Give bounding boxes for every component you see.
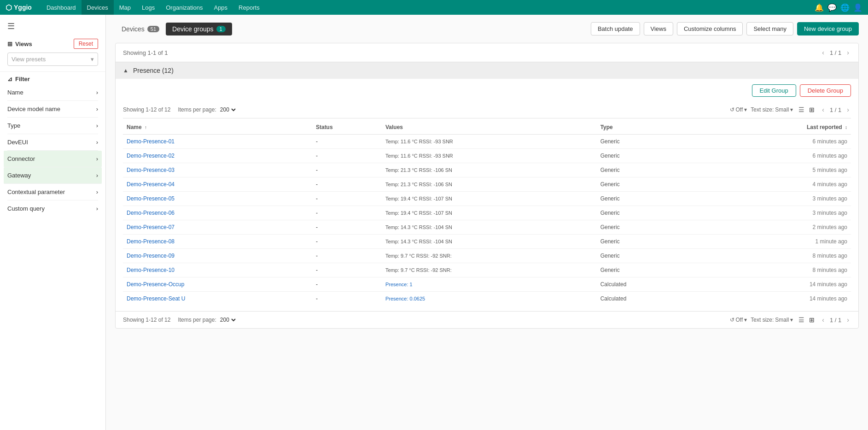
col-type: Type [597,120,693,135]
last-reported-sort-icon[interactable]: ↕ [845,125,847,130]
views-grid-icon: ⊞ [7,41,12,47]
filter-item-gateway[interactable]: Gateway› [4,167,102,184]
nav-map[interactable]: Map [114,0,136,15]
filter-item-deveui[interactable]: DevEUI› [7,134,98,151]
page-indicator: 1 / 1 [830,49,841,56]
device-name-cell[interactable]: Demo-Presence-04 [123,177,312,192]
nav-dashboard[interactable]: Dashboard [41,0,82,15]
group-header[interactable]: ▲ Presence (12) [116,62,858,79]
nav-apps[interactable]: Apps [208,0,233,15]
edit-group-button[interactable]: Edit Group [752,84,796,97]
bottom-refresh-icon[interactable]: ↺ [730,317,734,323]
device-type-cell: Generic [597,263,693,277]
device-time-cell: 2 minutes ago [714,220,851,235]
filter-section: ⊿ Filter Name›Device model name›Type›Dev… [0,71,105,220]
bottom-list-view-btn[interactable]: ☰ [797,315,806,324]
hamburger-icon[interactable]: ☰ [0,15,105,35]
device-type-cell: Generic [597,235,693,249]
device-time-cell: 5 minutes ago [714,163,851,177]
bottom-next-btn[interactable]: › [845,315,851,324]
device-name-cell[interactable]: Demo-Presence-10 [123,263,312,277]
device-separator-cell [693,149,714,163]
table-next-btn[interactable]: › [845,105,851,114]
refresh-chevron[interactable]: ▾ [744,106,747,113]
device-separator-cell [693,277,714,292]
table-pagination: ‹ 1 / 1 › [820,105,851,114]
text-size-label: Text size: [751,106,774,113]
table-row: Demo-Presence-10 - Temp: 9.7 °C RSSI: -9… [123,263,851,277]
chat-icon[interactable]: 💬 [827,3,837,12]
chevron-down-icon: ▾ [91,56,94,63]
device-name-cell[interactable]: Demo-Presence-09 [123,249,312,263]
nav-reports[interactable]: Reports [233,0,265,15]
ipp-select[interactable]: 200 50 100 [218,106,237,113]
device-status-cell: - [312,192,382,206]
filter-icon: ⊿ [7,76,12,82]
device-name-cell[interactable]: Demo-Presence-06 [123,206,312,220]
device-name-cell[interactable]: Demo-Presence-Seat U [123,292,312,306]
device-name-cell[interactable]: Demo-Presence-05 [123,192,312,206]
nav-logs[interactable]: Logs [136,0,160,15]
bottom-refresh-chevron[interactable]: ▾ [744,317,747,323]
table-controls-right: ↺ Off ▾ Text size: Small ▾ ☰ ⊞ [730,105,851,114]
nav-organizations[interactable]: Organizations [160,0,208,15]
device-name-cell[interactable]: Demo-Presence-02 [123,149,312,163]
device-name-cell[interactable]: Demo-Presence-08 [123,235,312,249]
device-time-cell: 3 minutes ago [714,192,851,206]
tab-device-groups-badge: 1 [216,26,226,32]
device-name-cell[interactable]: Demo-Presence-07 [123,220,312,235]
device-separator-cell [693,163,714,177]
table-row: Demo-Presence-Occup - Presence: 1 Calcul… [123,277,851,292]
col-last-reported: Last reported ↕ [714,120,851,135]
filter-item-custom-query[interactable]: Custom query› [7,200,98,217]
reset-button[interactable]: Reset [74,39,98,49]
delete-group-button[interactable]: Delete Group [800,84,851,97]
logo: ⬡ Yggio [6,3,32,12]
tab-devices[interactable]: Devices 51 [115,23,166,35]
next-page-btn[interactable]: › [845,48,851,57]
bottom-prev-btn[interactable]: ‹ [820,315,826,324]
user-avatar[interactable]: 👤 [853,3,862,12]
ipp-label: Items per page: [178,106,216,113]
refresh-icon[interactable]: ↺ [730,106,734,113]
nav-right-icons: 🔔 💬 🌐 👤 [815,3,862,12]
table-controls: Showing 1-12 of 12 Items per page: 200 5… [123,101,851,118]
bell-icon[interactable]: 🔔 [815,3,824,12]
table-prev-btn[interactable]: ‹ [820,105,826,114]
filter-label: Filter [15,76,30,82]
filter-item-type[interactable]: Type› [7,118,98,134]
refresh-label: Off [736,106,743,113]
table-controls-left: Showing 1-12 of 12 Items per page: 200 5… [123,106,237,113]
device-separator-cell [693,263,714,277]
prev-page-btn[interactable]: ‹ [820,48,826,57]
filter-item-device-model-name[interactable]: Device model name› [7,101,98,118]
filter-item-name[interactable]: Name› [7,84,98,101]
new-device-group-button[interactable]: New device group [797,22,859,35]
filter-item-contextual-parameter[interactable]: Contextual parameter› [7,184,98,200]
views-button[interactable]: Views [644,22,673,35]
device-name-cell[interactable]: Demo-Presence-Occup [123,277,312,292]
device-status-cell: - [312,277,382,292]
grid-view-btn[interactable]: ⊞ [807,105,816,114]
select-many-button[interactable]: Select many [746,22,793,35]
device-type-cell: Generic [597,220,693,235]
text-size-chevron[interactable]: ▾ [790,106,793,113]
nav-devices[interactable]: Devices [82,0,114,15]
filter-item-connector[interactable]: Connector› [4,151,102,167]
customize-columns-button[interactable]: Customize columns [677,22,743,35]
group-action-row: Edit Group Delete Group [123,84,851,97]
group-content: Edit Group Delete Group Showing 1-12 of … [116,79,858,311]
device-name-cell[interactable]: Demo-Presence-03 [123,163,312,177]
batch-update-button[interactable]: Batch update [591,22,640,35]
refresh-control: ↺ Off ▾ [730,106,747,113]
bottom-ipp-select[interactable]: 200 50 100 [218,316,237,324]
content-card: Showing 1-1 of 1 ‹ 1 / 1 › ▲ Presence (1… [115,43,859,329]
bottom-grid-view-btn[interactable]: ⊞ [807,315,816,324]
text-size-value: Small [775,106,789,113]
device-name-cell[interactable]: Demo-Presence-01 [123,135,312,149]
list-view-btn[interactable]: ☰ [797,105,806,114]
name-sort-icon[interactable]: ↑ [145,125,147,130]
tab-device-groups[interactable]: Device groups 1 [166,23,232,35]
globe-icon[interactable]: 🌐 [840,3,850,12]
view-presets-dropdown[interactable]: View presets ▾ [7,53,98,66]
